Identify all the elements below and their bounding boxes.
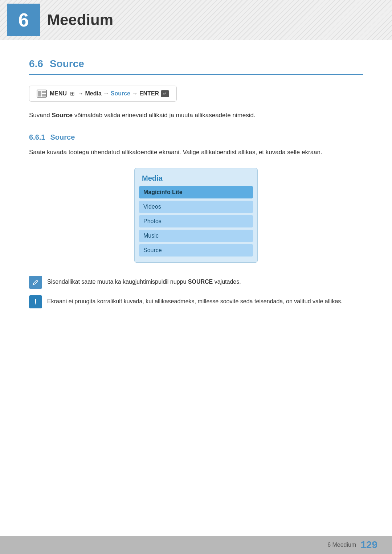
subsection-title: Source: [50, 133, 75, 141]
pencil-icon: [29, 276, 42, 289]
media-menu-title: Media: [139, 173, 253, 186]
notes-section: Sisendallikat saate muuta ka kaugjuhtimi…: [29, 276, 363, 308]
section-number: 6.6: [29, 58, 43, 70]
footer-chapter-label: 6 Meedium: [327, 542, 356, 548]
exclamation-mark: !: [34, 298, 37, 306]
section-description: Suvand Source võimaldab valida erinevaid…: [29, 110, 363, 120]
source-bold: Source: [52, 112, 73, 119]
menu-item-photos[interactable]: Photos: [139, 215, 253, 227]
subsection-description: Saate kuvada tootega ühendatud allikaloe…: [29, 147, 363, 157]
page-number: 129: [360, 539, 377, 551]
section-heading: 6.6 Source: [29, 58, 363, 75]
menu-item-magicinfo[interactable]: Magicinfo Lite: [139, 186, 253, 198]
source-bold-note: SOURCE: [188, 279, 213, 285]
note-pencil-text: Sisendallikat saate muuta ka kaugjuhtimi…: [47, 276, 241, 287]
note-warning: ! Ekraani ei pruugita korralikult kuvada…: [29, 295, 363, 308]
menu-label: MENU: [50, 90, 67, 97]
main-content: 6.6 Source MENU ⊞ → Media → Source → ENT…: [0, 40, 392, 345]
arrow2: →: [103, 90, 110, 97]
subsection-heading: 6.6.1 Source: [29, 133, 363, 141]
menu-item-source[interactable]: Source: [139, 244, 253, 257]
warning-icon: !: [29, 295, 42, 308]
path-text: MENU ⊞ → Media → Source → ENTER ↵: [50, 90, 169, 97]
svg-rect-2: [42, 91, 46, 93]
media-path: Media: [85, 90, 101, 97]
chapter-number: 6: [7, 4, 40, 36]
subsection-number: 6.6.1: [29, 133, 45, 141]
source-path: Source: [111, 90, 130, 97]
note-pencil: Sisendallikat saate muuta ka kaugjuhtimi…: [29, 276, 363, 289]
chapter-title: Meedium: [47, 11, 113, 29]
page-header: 6 Meedium: [0, 0, 392, 40]
svg-rect-1: [38, 91, 41, 97]
grid-icon: ⊞: [70, 90, 75, 97]
media-menu: Media Magicinfo Lite Videos Photos Music…: [134, 168, 258, 263]
page-footer: 6 Meedium 129: [0, 536, 392, 554]
arrow3: →: [132, 90, 139, 97]
svg-rect-3: [42, 94, 46, 97]
enter-label: ENTER: [139, 90, 159, 97]
section-title: Source: [50, 58, 84, 70]
menu-icon: [37, 90, 47, 98]
arrow1: →: [78, 90, 85, 97]
media-menu-container: Media Magicinfo Lite Videos Photos Music…: [29, 168, 363, 263]
menu-item-music[interactable]: Music: [139, 230, 253, 242]
note-warning-text: Ekraani ei pruugita korralikult kuvada, …: [47, 295, 343, 306]
enter-icon: ↵: [161, 90, 169, 97]
menu-item-videos[interactable]: Videos: [139, 201, 253, 213]
menu-path-box: MENU ⊞ → Media → Source → ENTER ↵: [29, 86, 177, 102]
